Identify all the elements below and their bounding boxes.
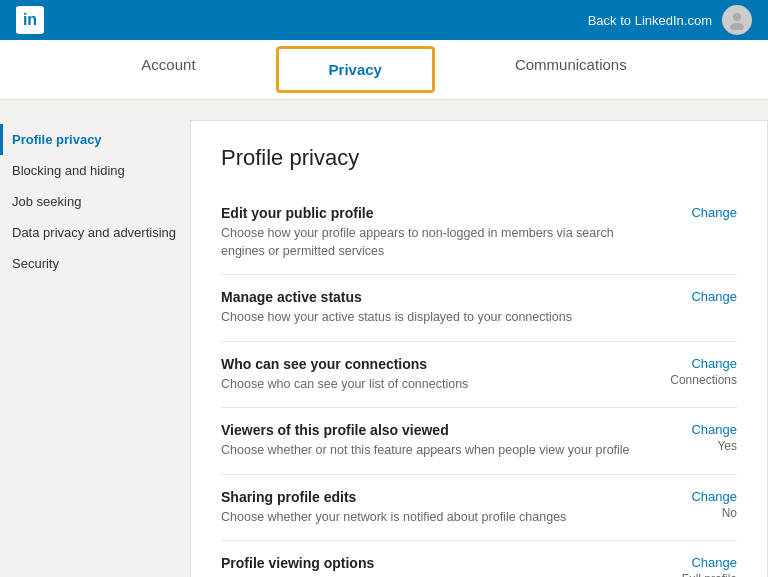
setting-title-viewers-also-viewed: Viewers of this profile also viewed <box>221 422 657 438</box>
setting-value-sharing-profile-edits: No <box>667 506 737 520</box>
nav-tabs: Account Privacy Communications <box>0 40 768 100</box>
setting-desc-manage-active-status: Choose how your active status is display… <box>221 309 657 327</box>
change-link-viewers-also-viewed[interactable]: Change <box>667 422 737 437</box>
setting-item-profile-viewing-options: Profile viewing optionsChoose whether yo… <box>221 541 737 577</box>
top-bar: in Back to LinkedIn.com <box>0 0 768 40</box>
sidebar-item-blocking-hiding[interactable]: Blocking and hiding <box>0 155 190 186</box>
tab-communications[interactable]: Communications <box>455 40 687 99</box>
change-link-profile-viewing-options[interactable]: Change <box>667 555 737 570</box>
setting-right-viewers-also-viewed: ChangeYes <box>657 422 737 453</box>
setting-title-sharing-profile-edits: Sharing profile edits <box>221 489 657 505</box>
setting-right-edit-public-profile: Change <box>657 205 737 220</box>
setting-title-who-can-see-connections: Who can see your connections <box>221 356 657 372</box>
content-panel: Profile privacy Edit your public profile… <box>190 120 768 577</box>
page-title: Profile privacy <box>221 145 737 171</box>
setting-desc-viewers-also-viewed: Choose whether or not this feature appea… <box>221 442 657 460</box>
setting-right-who-can-see-connections: ChangeConnections <box>657 356 737 387</box>
linkedin-logo: in <box>16 6 44 34</box>
change-link-who-can-see-connections[interactable]: Change <box>667 356 737 371</box>
setting-left-manage-active-status: Manage active statusChoose how your acti… <box>221 289 657 327</box>
setting-item-manage-active-status: Manage active statusChoose how your acti… <box>221 275 737 342</box>
setting-item-sharing-profile-edits: Sharing profile editsChoose whether your… <box>221 475 737 542</box>
setting-left-profile-viewing-options: Profile viewing optionsChoose whether yo… <box>221 555 657 577</box>
setting-desc-edit-public-profile: Choose how your profile appears to non-l… <box>221 225 657 260</box>
change-link-sharing-profile-edits[interactable]: Change <box>667 489 737 504</box>
svg-point-0 <box>733 13 741 21</box>
sidebar: Profile privacy Blocking and hiding Job … <box>0 120 190 577</box>
setting-right-sharing-profile-edits: ChangeNo <box>657 489 737 520</box>
back-to-linkedin[interactable]: Back to LinkedIn.com <box>588 13 712 28</box>
sidebar-item-data-privacy[interactable]: Data privacy and advertising <box>0 217 190 248</box>
setting-item-edit-public-profile: Edit your public profileChoose how your … <box>221 191 737 275</box>
setting-title-manage-active-status: Manage active status <box>221 289 657 305</box>
sidebar-item-security[interactable]: Security <box>0 248 190 279</box>
setting-item-who-can-see-connections: Who can see your connectionsChoose who c… <box>221 342 737 409</box>
avatar[interactable] <box>722 5 752 35</box>
setting-title-edit-public-profile: Edit your public profile <box>221 205 657 221</box>
setting-left-sharing-profile-edits: Sharing profile editsChoose whether your… <box>221 489 657 527</box>
top-bar-right: Back to LinkedIn.com <box>588 5 752 35</box>
change-link-edit-public-profile[interactable]: Change <box>667 205 737 220</box>
sidebar-item-job-seeking[interactable]: Job seeking <box>0 186 190 217</box>
change-link-manage-active-status[interactable]: Change <box>667 289 737 304</box>
main-layout: Profile privacy Blocking and hiding Job … <box>0 100 768 577</box>
setting-item-viewers-also-viewed: Viewers of this profile also viewedChoos… <box>221 408 737 475</box>
setting-value-who-can-see-connections: Connections <box>667 373 737 387</box>
tab-privacy[interactable]: Privacy <box>276 46 435 93</box>
setting-value-viewers-also-viewed: Yes <box>667 439 737 453</box>
setting-left-viewers-also-viewed: Viewers of this profile also viewedChoos… <box>221 422 657 460</box>
setting-desc-who-can-see-connections: Choose who can see your list of connecti… <box>221 376 657 394</box>
setting-right-manage-active-status: Change <box>657 289 737 304</box>
setting-title-profile-viewing-options: Profile viewing options <box>221 555 657 571</box>
setting-right-profile-viewing-options: ChangeFull profile <box>657 555 737 577</box>
setting-left-who-can-see-connections: Who can see your connectionsChoose who c… <box>221 356 657 394</box>
sidebar-item-profile-privacy[interactable]: Profile privacy <box>0 124 190 155</box>
setting-left-edit-public-profile: Edit your public profileChoose how your … <box>221 205 657 260</box>
setting-value-profile-viewing-options: Full profile <box>667 572 737 577</box>
settings-list: Edit your public profileChoose how your … <box>221 191 737 577</box>
tab-account[interactable]: Account <box>81 40 255 99</box>
setting-desc-sharing-profile-edits: Choose whether your network is notified … <box>221 509 657 527</box>
svg-point-1 <box>730 23 744 30</box>
